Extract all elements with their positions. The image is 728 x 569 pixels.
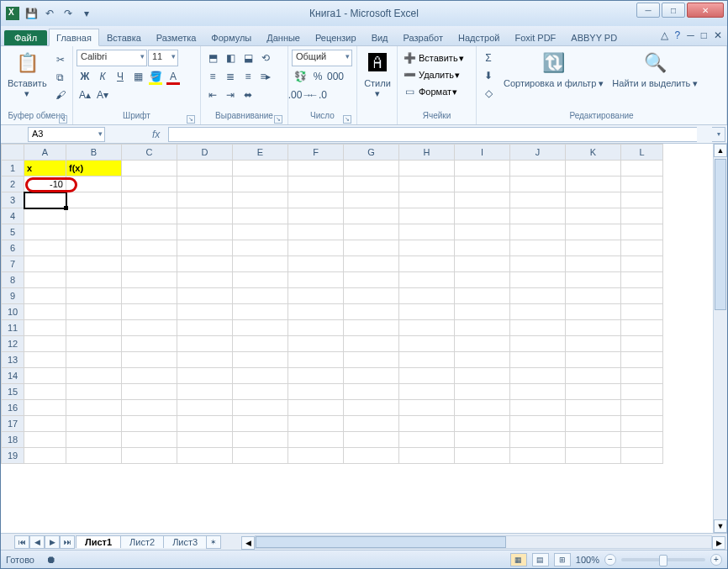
cell-J5[interactable] xyxy=(510,224,566,240)
font-launcher[interactable]: ↘ xyxy=(187,115,195,124)
fill-color-icon[interactable]: 🪣 xyxy=(147,68,164,85)
help-icon[interactable]: ? xyxy=(675,29,681,41)
row-header-8[interactable]: 8 xyxy=(2,272,24,288)
cell-B11[interactable] xyxy=(66,320,122,336)
cell-J2[interactable] xyxy=(510,176,566,192)
cell-I8[interactable] xyxy=(455,272,510,288)
row-header-15[interactable]: 15 xyxy=(2,384,24,400)
cell-G10[interactable] xyxy=(344,304,399,320)
increase-indent-icon[interactable]: ⇥ xyxy=(222,87,239,103)
cell-I10[interactable] xyxy=(455,304,510,320)
align-top-icon[interactable]: ⬒ xyxy=(204,50,221,66)
cell-E8[interactable] xyxy=(233,272,288,288)
horizontal-scrollbar[interactable]: ◀ ▶ xyxy=(255,535,712,549)
cell-J19[interactable] xyxy=(510,448,566,464)
cell-K14[interactable] xyxy=(566,368,621,384)
cell-I13[interactable] xyxy=(455,352,510,368)
cell-L13[interactable] xyxy=(621,352,663,368)
macro-record-icon[interactable]: ⏺ xyxy=(43,551,60,568)
cell-J6[interactable] xyxy=(510,240,566,256)
cell-K8[interactable] xyxy=(566,272,621,288)
clipboard-launcher[interactable]: ↘ xyxy=(59,115,67,124)
qat-undo-icon[interactable]: ↶ xyxy=(43,7,56,20)
cell-E10[interactable] xyxy=(233,304,288,320)
cell-L4[interactable] xyxy=(621,208,663,224)
cell-H16[interactable] xyxy=(399,400,455,416)
new-sheet-button[interactable]: ✶ xyxy=(206,535,221,549)
cell-F13[interactable] xyxy=(288,352,344,368)
cell-C9[interactable] xyxy=(122,288,177,304)
cell-D16[interactable] xyxy=(177,400,233,416)
align-center-icon[interactable]: ≣ xyxy=(222,68,239,85)
cell-G17[interactable] xyxy=(344,416,399,432)
format-cells-button[interactable]: ▭Формат ▾ xyxy=(401,83,457,100)
format-painter-icon[interactable]: 🖌 xyxy=(52,87,69,103)
cell-G9[interactable] xyxy=(344,288,399,304)
row-header-9[interactable]: 9 xyxy=(2,288,24,304)
ribbon-tab-8[interactable]: Надстрой xyxy=(451,29,507,45)
cell-I14[interactable] xyxy=(455,368,510,384)
cell-H3[interactable] xyxy=(399,192,455,208)
sheet-nav-prev[interactable]: ◀ xyxy=(29,535,45,549)
formula-input[interactable] xyxy=(168,127,697,142)
cell-I2[interactable] xyxy=(455,176,510,192)
cell-C19[interactable] xyxy=(122,448,177,464)
ribbon-tab-4[interactable]: Данные xyxy=(259,29,308,45)
doc-minimize-icon[interactable]: ─ xyxy=(687,29,694,41)
scroll-down-icon[interactable]: ▼ xyxy=(714,519,727,533)
cell-A1[interactable]: x xyxy=(24,161,66,176)
cell-E11[interactable] xyxy=(233,320,288,336)
col-header-D[interactable]: D xyxy=(177,145,233,161)
row-header-12[interactable]: 12 xyxy=(2,336,24,352)
col-header-A[interactable]: A xyxy=(24,145,66,161)
decrease-indent-icon[interactable]: ⇤ xyxy=(204,87,221,103)
cell-D9[interactable] xyxy=(177,288,233,304)
cell-G18[interactable] xyxy=(344,432,399,448)
row-header-6[interactable]: 6 xyxy=(2,240,24,256)
cell-K10[interactable] xyxy=(566,304,621,320)
cell-G13[interactable] xyxy=(344,352,399,368)
cell-H18[interactable] xyxy=(399,432,455,448)
number-launcher[interactable]: ↘ xyxy=(343,115,351,124)
cell-A3[interactable] xyxy=(24,192,66,208)
cell-C6[interactable] xyxy=(122,240,177,256)
cell-B18[interactable] xyxy=(66,432,122,448)
cell-D5[interactable] xyxy=(177,224,233,240)
cell-F9[interactable] xyxy=(288,288,344,304)
cell-G4[interactable] xyxy=(344,208,399,224)
col-header-G[interactable]: G xyxy=(344,145,399,161)
vscroll-thumb[interactable] xyxy=(715,159,726,310)
hscroll-thumb[interactable] xyxy=(256,536,506,548)
cell-B4[interactable] xyxy=(66,208,122,224)
doc-restore-icon[interactable]: □ xyxy=(701,29,707,41)
find-select-button[interactable]: 🔍 Найти и выделить ▾ xyxy=(609,48,701,90)
row-header-1[interactable]: 1 xyxy=(2,161,24,176)
cell-I6[interactable] xyxy=(455,240,510,256)
font-color-icon[interactable]: A xyxy=(165,68,182,85)
cell-H14[interactable] xyxy=(399,368,455,384)
cell-C5[interactable] xyxy=(122,224,177,240)
cell-K19[interactable] xyxy=(566,448,621,464)
number-format-combo[interactable]: Общий xyxy=(292,50,352,66)
cell-G11[interactable] xyxy=(344,320,399,336)
zoom-out-button[interactable]: − xyxy=(604,554,616,566)
cell-B2[interactable] xyxy=(66,176,122,192)
cell-I16[interactable] xyxy=(455,400,510,416)
cell-G8[interactable] xyxy=(344,272,399,288)
delete-cells-button[interactable]: ➖Удалить ▾ xyxy=(401,66,460,83)
cell-L12[interactable] xyxy=(621,336,663,352)
cell-I17[interactable] xyxy=(455,416,510,432)
cell-E14[interactable] xyxy=(233,368,288,384)
window-maximize-button[interactable]: □ xyxy=(662,3,685,18)
ribbon-tab-2[interactable]: Разметка xyxy=(149,29,204,45)
zoom-in-button[interactable]: + xyxy=(710,554,722,566)
cell-H5[interactable] xyxy=(399,224,455,240)
cell-H2[interactable] xyxy=(399,176,455,192)
cell-I3[interactable] xyxy=(455,192,510,208)
cell-B13[interactable] xyxy=(66,352,122,368)
cell-F18[interactable] xyxy=(288,432,344,448)
cell-G19[interactable] xyxy=(344,448,399,464)
cell-D17[interactable] xyxy=(177,416,233,432)
cell-I9[interactable] xyxy=(455,288,510,304)
cell-C17[interactable] xyxy=(122,416,177,432)
